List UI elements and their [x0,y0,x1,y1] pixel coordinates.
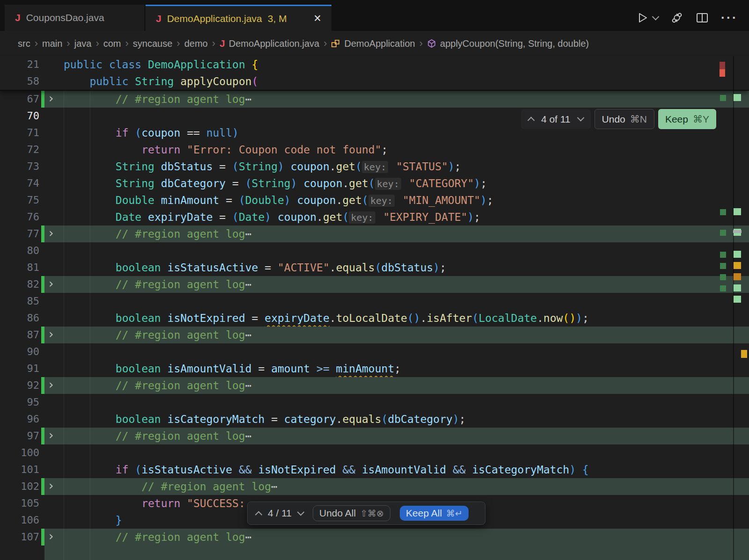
code-line[interactable] [0,545,749,560]
line-content[interactable] [44,242,749,259]
fold-chevron-icon[interactable]: › [49,529,53,544]
split-editor-button[interactable] [696,12,709,24]
code-line[interactable]: 87› // #region agent log⋯ [0,327,749,343]
line-content[interactable] [44,444,749,461]
line-number[interactable]: 70 [0,108,39,124]
line-number[interactable]: 95 [0,394,39,411]
code-line[interactable]: 72 return "Error: Coupon code not found"… [0,141,749,158]
undo-change-button[interactable]: Undo ⌘N [595,109,654,129]
line-number[interactable]: 102 [0,478,39,495]
sticky-line[interactable]: 21public class DemoApplication { [0,56,749,73]
line-number[interactable]: 96 [0,411,39,428]
line-content[interactable] [44,545,749,560]
breadcrumb-item[interactable]: syncause [133,38,173,49]
run-button[interactable] [637,12,658,24]
code-line[interactable]: 76 Date expiryDate = (Date) coupon.get(k… [0,209,749,225]
code-line[interactable]: 96 boolean isCategoryMatch = category.eq… [0,411,749,428]
fold-chevron-icon[interactable]: › [49,478,53,494]
line-number[interactable]: 80 [0,242,39,259]
line-content[interactable]: String dbStatus = (String) coupon.get(ke… [44,158,749,175]
keep-change-button[interactable]: Keep ⌘Y [658,109,716,129]
fold-chevron-icon[interactable]: › [49,276,53,291]
breadcrumb-item[interactable]: main [42,38,62,49]
line-number[interactable]: 72 [0,141,39,158]
tab-couponsdao[interactable]: J CouponsDao.java [5,5,144,31]
code-line[interactable]: 77› // #region agent log⋯ [0,225,749,242]
code-line[interactable]: 86 boolean isNotExpired = expiryDate.toL… [0,310,749,327]
code-line[interactable]: 67› // #region agent log⋯ [0,91,749,108]
code-line[interactable]: 75 Double minAmount = (Double) coupon.ge… [0,192,749,209]
undo-all-button[interactable]: Undo All ⇧⌘⊗ [313,505,390,521]
line-number[interactable]: 101 [0,461,39,478]
keep-all-button[interactable]: Keep All ⌘↵ [400,506,469,521]
fold-chevron-icon[interactable]: › [49,225,53,241]
line-content[interactable]: › // #region agent log⋯ [44,377,749,394]
line-number[interactable]: 87 [0,327,39,343]
line-content[interactable]: public class DemoApplication { [44,56,749,73]
code-line[interactable]: 74 String dbCategory = (String) coupon.g… [0,175,749,192]
code-line[interactable]: 95 [0,394,749,411]
line-content[interactable]: if (isStatusActive && isNotExpired && is… [44,461,749,478]
line-number[interactable]: 105 [0,495,39,512]
line-content[interactable]: › // #region agent log⋯ [44,529,749,545]
line-content[interactable] [44,343,749,360]
tab-demoapplication[interactable]: J DemoApplication.java 3, M × [146,5,331,31]
line-number[interactable]: 106 [0,512,39,529]
line-number[interactable]: 97 [0,428,39,444]
line-content[interactable] [44,293,749,310]
line-content[interactable]: › // #region agent log⋯ [44,225,749,242]
line-content[interactable]: boolean isStatusActive = "ACTIVE".equals… [44,259,749,276]
line-number[interactable]: 81 [0,259,39,276]
line-content[interactable]: boolean isCategoryMatch = category.equal… [44,411,749,428]
line-content[interactable]: › // #region agent log⋯ [44,478,749,495]
line-content[interactable]: boolean isAmountValid = amount >= minAmo… [44,360,749,377]
code-line[interactable]: 101 if (isStatusActive && isNotExpired &… [0,461,749,478]
fold-chevron-icon[interactable]: › [49,327,53,342]
close-icon[interactable]: × [307,12,321,25]
line-content[interactable]: return "Error: Coupon code not found"; [44,141,749,158]
code-line[interactable]: 73 String dbStatus = (String) coupon.get… [0,158,749,175]
code-line[interactable]: 102› // #region agent log⋯ [0,478,749,495]
line-content[interactable]: › // #region agent log⋯ [44,276,749,293]
line-number[interactable]: 75 [0,192,39,209]
line-number[interactable]: 86 [0,310,39,327]
code-line[interactable]: 85 [0,293,749,310]
more-actions-button[interactable]: ··· [721,11,738,25]
line-number[interactable]: 92 [0,377,39,394]
code-line[interactable]: 92› // #region agent log⋯ [0,377,749,394]
breadcrumb-item[interactable]: applyCoupon(String, String, double) [427,38,589,49]
line-content[interactable]: String dbCategory = (String) coupon.get(… [44,175,749,192]
line-number[interactable]: 77 [0,225,39,242]
line-content[interactable]: Date expiryDate = (Date) coupon.get(key:… [44,209,749,225]
breadcrumb-item[interactable]: JDemoApplication.java [220,38,319,49]
open-changes-button[interactable] [670,11,683,24]
chevron-down-icon[interactable] [297,508,305,516]
line-number[interactable]: 90 [0,343,39,360]
line-number[interactable]: 71 [0,124,39,141]
line-number[interactable]: 76 [0,209,39,225]
line-content[interactable]: Double minAmount = (Double) coupon.get(k… [44,192,749,209]
line-content[interactable]: › // #region agent log⋯ [44,428,749,444]
sticky-line[interactable]: 58 public String applyCoupon( [0,73,749,90]
breadcrumb-item[interactable]: java [74,38,92,49]
line-content[interactable]: public String applyCoupon( [44,73,749,90]
code-line[interactable]: 90 [0,343,749,360]
line-number[interactable]: 21 [0,56,39,73]
code-line[interactable]: 107› // #region agent log⋯ [0,529,749,545]
line-number[interactable]: 85 [0,293,39,310]
code-line[interactable]: 82› // #region agent log⋯ [0,276,749,293]
code-line[interactable]: 81 boolean isStatusActive = "ACTIVE".equ… [0,259,749,276]
line-number[interactable]: 91 [0,360,39,377]
line-content[interactable] [44,394,749,411]
fold-chevron-icon[interactable]: › [49,91,53,106]
line-number[interactable]: 58 [0,73,39,90]
line-number[interactable]: 74 [0,175,39,192]
fold-chevron-icon[interactable]: › [49,377,53,393]
code-line[interactable]: 91 boolean isAmountValid = amount >= min… [0,360,749,377]
line-number[interactable]: 107 [0,529,39,545]
line-number[interactable]: 100 [0,444,39,461]
line-number[interactable]: 73 [0,158,39,175]
line-number[interactable]: 67 [0,91,39,108]
breadcrumb-item[interactable]: src [18,38,30,49]
chevron-up-icon[interactable] [255,511,263,518]
